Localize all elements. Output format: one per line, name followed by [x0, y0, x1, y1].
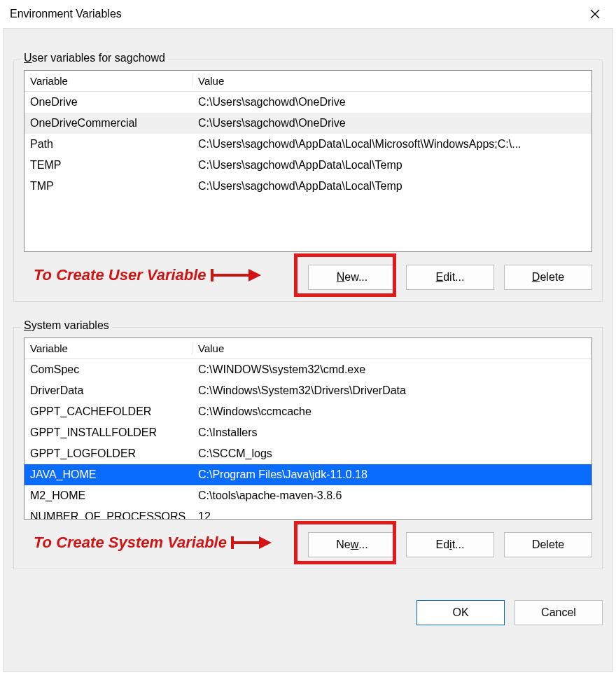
user-edit-button[interactable]: Edit... — [406, 265, 494, 290]
table-row[interactable]: OneDriveC:\Users\sagchowd\OneDrive — [24, 92, 592, 113]
cell-value: C:\Users\sagchowd\AppData\Local\Microsof… — [192, 138, 592, 151]
user-buttons-row: To Create User Variable New... Edit... D… — [24, 263, 592, 291]
col-variable[interactable]: Variable — [24, 342, 192, 354]
table-row[interactable]: GPPT_CACHEFOLDERC:\Windows\ccmcache — [24, 401, 592, 422]
col-variable[interactable]: Variable — [24, 75, 192, 87]
user-variables-group: User variables for sagchowd Variable Val… — [13, 60, 603, 302]
cell-variable: M2_HOME — [24, 489, 192, 502]
user-delete-button[interactable]: Delete — [504, 265, 592, 290]
table-row[interactable]: NUMBER_OF_PROCESSORS12 — [24, 506, 592, 520]
table-row[interactable]: JAVA_HOMEC:\Program Files\Java\jdk-11.0.… — [24, 464, 592, 485]
ok-button[interactable]: OK — [416, 600, 505, 625]
table-row[interactable]: TMPC:\Users\sagchowd\AppData\Local\Temp — [24, 176, 592, 197]
table-row[interactable]: M2_HOMEC:\tools\apache-maven-3.8.6 — [24, 485, 592, 506]
close-button[interactable] — [580, 3, 610, 25]
table-row[interactable]: GPPT_LOGFOLDERC:\SCCM_logs — [24, 443, 592, 464]
col-value[interactable]: Value — [192, 75, 592, 87]
cell-value: C:\Windows\System32\Drivers\DriverData — [192, 384, 592, 397]
cell-value: C:\WINDOWS\system32\cmd.exe — [192, 363, 592, 376]
table-row[interactable]: DriverDataC:\Windows\System32\Drivers\Dr… — [24, 380, 592, 401]
table-row[interactable]: OneDriveCommercialC:\Users\sagchowd\OneD… — [24, 113, 592, 134]
annotation-system: To Create System Variable — [34, 534, 272, 552]
cell-variable: GPPT_INSTALLFOLDER — [24, 426, 192, 439]
system-variables-label: System variables — [21, 319, 112, 332]
user-new-button[interactable]: New... — [308, 265, 396, 290]
system-edit-button[interactable]: Edit... — [406, 532, 494, 557]
table-row[interactable]: ComSpecC:\WINDOWS\system32\cmd.exe — [24, 359, 592, 380]
arrow-icon — [211, 266, 261, 284]
col-value[interactable]: Value — [192, 342, 592, 354]
arrow-icon — [231, 534, 272, 552]
cell-variable: TEMP — [24, 159, 192, 172]
titlebar: Environment Variables — [0, 0, 616, 28]
svg-marker-7 — [259, 536, 272, 549]
cell-value: C:\Users\sagchowd\OneDrive — [192, 117, 592, 130]
cell-value: C:\Users\sagchowd\OneDrive — [192, 96, 592, 109]
table-row[interactable]: GPPT_INSTALLFOLDERC:\Installers — [24, 422, 592, 443]
table-row[interactable]: PathC:\Users\sagchowd\AppData\Local\Micr… — [24, 134, 592, 155]
close-icon — [590, 9, 600, 19]
cell-variable: TMP — [24, 180, 192, 193]
system-delete-button[interactable]: Delete — [504, 532, 592, 557]
cell-value: 12 — [192, 510, 592, 520]
environment-variables-dialog: Environment Variables User variables for… — [0, 0, 616, 675]
cell-value: C:\Installers — [192, 426, 592, 439]
cell-variable: JAVA_HOME — [24, 468, 192, 481]
system-variables-group: System variables Variable Value ComSpecC… — [13, 327, 603, 569]
user-variables-label: User variables for sagchowd — [21, 52, 168, 64]
list-header: Variable Value — [24, 71, 592, 92]
cell-value: C:\Windows\ccmcache — [192, 405, 592, 418]
window-title: Environment Variables — [10, 8, 122, 20]
system-buttons-row: To Create System Variable New... Edit...… — [24, 531, 592, 559]
system-new-button[interactable]: New... — [308, 532, 396, 557]
system-variables-list[interactable]: Variable Value ComSpecC:\WINDOWS\system3… — [24, 338, 592, 520]
dialog-body: User variables for sagchowd Variable Val… — [3, 28, 613, 672]
dialog-footer: OK Cancel — [13, 600, 603, 625]
annotation-user: To Create User Variable — [34, 266, 261, 284]
cell-variable: DriverData — [24, 384, 192, 397]
cell-value: C:\SCCM_logs — [192, 447, 592, 460]
annotation-user-text: To Create User Variable — [34, 266, 206, 284]
cell-value: C:\Program Files\Java\jdk-11.0.18 — [192, 468, 592, 481]
cell-variable: GPPT_CACHEFOLDER — [24, 405, 192, 418]
cell-variable: OneDrive — [24, 96, 192, 109]
cell-value: C:\Users\sagchowd\AppData\Local\Temp — [192, 180, 592, 193]
cell-value: C:\Users\sagchowd\AppData\Local\Temp — [192, 159, 592, 172]
table-row[interactable]: TEMPC:\Users\sagchowd\AppData\Local\Temp — [24, 155, 592, 176]
cell-variable: Path — [24, 138, 192, 151]
annotation-system-text: To Create System Variable — [34, 534, 227, 552]
cell-variable: ComSpec — [24, 363, 192, 376]
list-header: Variable Value — [24, 338, 592, 359]
cell-variable: OneDriveCommercial — [24, 117, 192, 130]
cell-variable: NUMBER_OF_PROCESSORS — [24, 510, 192, 520]
user-variables-list[interactable]: Variable Value OneDriveC:\Users\sagchowd… — [24, 70, 592, 252]
svg-marker-4 — [248, 269, 261, 281]
cancel-button[interactable]: Cancel — [514, 600, 603, 625]
cell-value: C:\tools\apache-maven-3.8.6 — [192, 489, 592, 502]
cell-variable: GPPT_LOGFOLDER — [24, 447, 192, 460]
